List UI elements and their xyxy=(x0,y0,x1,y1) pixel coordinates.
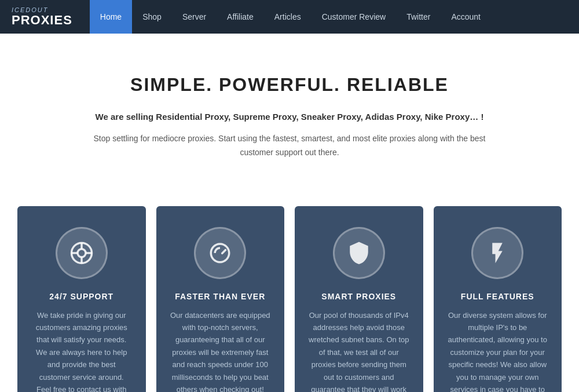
logo-bottom: PROXIES xyxy=(12,13,72,27)
feature-card-smart: SMART PROXIESOur pool of thousands of IP… xyxy=(295,206,423,392)
feature-card-speed: FASTER THAN EVEROur datacenters are equi… xyxy=(156,206,285,392)
nav-link-affiliate[interactable]: Affiliate xyxy=(217,0,264,34)
feature-title-support: 24/7 SUPPORT xyxy=(31,292,132,301)
hero-description: Stop settling for mediocre proxies. Star… xyxy=(87,132,492,160)
hero-subtitle: We are selling Residential Proxy, Suprem… xyxy=(23,112,556,122)
feature-text-speed: Our datacenters are equipped with top-no… xyxy=(170,309,271,392)
svg-point-1 xyxy=(78,249,86,257)
feature-title-features: FULL FEATURES xyxy=(448,292,548,301)
logo: IcedOut PROXIES xyxy=(12,6,72,27)
nav-link-server[interactable]: Server xyxy=(172,0,217,34)
feature-card-support: 24/7 SUPPORTWe take pride in giving our … xyxy=(17,206,146,392)
nav-item-home[interactable]: Home xyxy=(90,0,132,34)
nav-links: HomeShopServerAffiliateArticlesCustomer … xyxy=(90,0,567,34)
nav-item-server[interactable]: Server xyxy=(172,0,217,34)
feature-text-support: We take pride in giving our customers am… xyxy=(31,309,132,392)
nav-item-customer-review[interactable]: Customer Review xyxy=(312,0,396,34)
bolt-icon xyxy=(471,227,523,279)
nav-item-articles[interactable]: Articles xyxy=(264,0,312,34)
feature-card-features: FULL FEATURESOur diverse system allows f… xyxy=(434,206,562,392)
speed-icon xyxy=(194,227,246,279)
nav-item-twitter[interactable]: Twitter xyxy=(396,0,441,34)
feature-title-speed: FASTER THAN EVER xyxy=(170,292,271,301)
feature-title-smart: SMART PROXIES xyxy=(309,292,409,301)
feature-text-smart: Our pool of thousands of IPv4 addresses … xyxy=(309,309,409,392)
nav-link-customer-review[interactable]: Customer Review xyxy=(312,0,396,34)
nav-link-articles[interactable]: Articles xyxy=(264,0,312,34)
nav-link-twitter[interactable]: Twitter xyxy=(396,0,441,34)
nav-link-home[interactable]: Home xyxy=(90,0,132,34)
shield-icon xyxy=(333,227,385,279)
support-icon xyxy=(56,227,108,279)
navbar: IcedOut PROXIES HomeShopServerAffiliateA… xyxy=(0,0,579,34)
nav-item-affiliate[interactable]: Affiliate xyxy=(217,0,264,34)
nav-item-shop[interactable]: Shop xyxy=(132,0,172,34)
feature-text-features: Our diverse system allows for multiple I… xyxy=(448,309,548,392)
nav-link-account[interactable]: Account xyxy=(441,0,491,34)
hero-section: SIMPLE. POWERFUL. RELIABLE We are sellin… xyxy=(0,34,579,195)
nav-link-shop[interactable]: Shop xyxy=(132,0,172,34)
features-section: 24/7 SUPPORTWe take pride in giving our … xyxy=(0,195,579,392)
hero-heading: SIMPLE. POWERFUL. RELIABLE xyxy=(23,74,556,96)
nav-item-account[interactable]: Account xyxy=(441,0,491,34)
